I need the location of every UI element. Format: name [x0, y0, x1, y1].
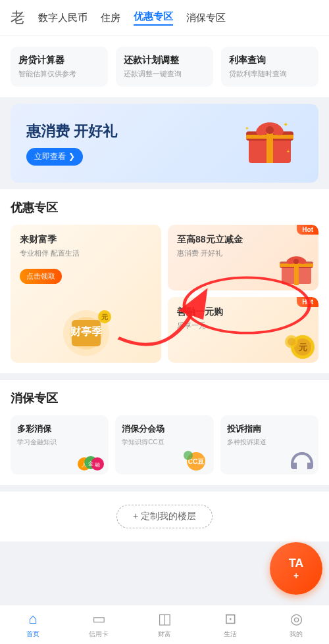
quick-tools-section: 房贷计算器 智能估算仅供参考 还款计划调整 还款调整一键查询 利率查询 贷款利率… — [0, 36, 329, 97]
credit-tab-label: 信用卡 — [89, 630, 109, 639]
tool-mortgage-title: 房贷计算器 — [18, 55, 100, 66]
wealth-tab-label: 财富 — [158, 630, 171, 639]
consumer-complaint-desc: 多种投诉渠道 — [227, 438, 312, 447]
promo-caifu-subtitle: 专业相伴 配置生活 — [20, 248, 152, 258]
svg-text:元: 元 — [101, 313, 108, 321]
nav-tab-life[interactable]: ⊡ 生活 — [197, 605, 263, 644]
mine-icon: ◎ — [290, 610, 303, 628]
svg-text:财亭季: 财亭季 — [70, 325, 103, 337]
nav-tab-credit[interactable]: ▭ 信用卡 — [66, 605, 132, 644]
tool-repayment-desc: 还款调整一键查询 — [124, 69, 205, 79]
customize-floor-section: + 定制我的楼层 — [0, 492, 329, 541]
home-tab-label: 首页 — [26, 630, 39, 639]
nav-item-housing[interactable]: 住房 — [101, 12, 120, 24]
tool-mortgage-desc: 智能估算仅供参考 — [18, 69, 100, 79]
svg-point-22 — [293, 259, 299, 264]
consumer-colorful-illustration: 人 金 融 — [76, 446, 106, 472]
consumer-section-title: 消保专区 — [11, 390, 318, 406]
nav-tab-mine[interactable]: ◎ 我的 — [263, 605, 329, 644]
consumer-colorful-title: 多彩消保 — [17, 423, 102, 435]
svg-text:金: 金 — [88, 461, 93, 467]
promo-card-shanrong[interactable]: Hot 善融一元购 乐享一元 元 — [168, 297, 318, 363]
nav-tab-home[interactable]: ⌂ 首页 — [0, 605, 66, 644]
svg-text:✦: ✦ — [245, 126, 249, 131]
banner-title: 惠消费 开好礼 — [26, 122, 117, 141]
promo-caifu-btn[interactable]: 点击领取 — [20, 269, 62, 284]
promo-liangjin-title: 至高88元立减金 — [177, 234, 309, 246]
consumer-grid: 多彩消保 学习金融知识 人 金 融 消保分会场 学知识得CC豆 CC豆 — [11, 415, 318, 474]
customize-floor-label: + 定制我的楼层 — [133, 511, 196, 522]
banner-graphic: ✦ ✦ ✦ — [243, 117, 303, 170]
promo-card-liangjin[interactable]: Hot 至高88元立减金 惠消费 开好礼 — [168, 225, 318, 290]
liangjin-illustration — [278, 254, 315, 287]
ta-plus-ta-text: TA — [289, 557, 304, 570]
svg-text:✦: ✦ — [283, 121, 288, 128]
bottom-navigation: ⌂ 首页 ▭ 信用卡 ◫ 财富 ⊡ 生活 ◎ 我的 — [0, 605, 329, 644]
banner-left-content: 惠消费 开好礼 立即查看 ❯ — [26, 122, 117, 166]
tool-rate-title: 利率查询 — [229, 55, 311, 66]
svg-text:元: 元 — [299, 342, 307, 352]
consumer-card-complaint[interactable]: 投诉指南 多种投诉渠道 — [220, 415, 318, 474]
banner-btn-label: 立即查看 — [34, 151, 66, 162]
consumer-complaint-title: 投诉指南 — [227, 423, 312, 435]
tool-rate-desc: 贷款利率随时查询 — [229, 69, 311, 79]
svg-rect-3 — [246, 135, 293, 139]
nav-item-digital-rmb[interactable]: 数字人民币 — [38, 12, 88, 24]
svg-text:✦: ✦ — [286, 149, 290, 154]
promo-shanrong-title: 善融一元购 — [177, 306, 309, 318]
promo-section-title: 优惠专区 — [11, 200, 318, 216]
consumer-card-venue[interactable]: 消保分会场 学知识得CC豆 CC豆 — [115, 415, 213, 474]
banner-btn-arrow-icon: ❯ — [68, 152, 75, 161]
promo-section: 优惠专区 来财富季 专业相伴 配置生活 点击领取 财亭季 — [0, 189, 329, 373]
banner-cta-button[interactable]: 立即查看 ❯ — [26, 148, 83, 166]
ta-plus-badge[interactable]: TA + — [270, 542, 322, 595]
consumer-card-colorful[interactable]: 多彩消保 学习金融知识 人 金 融 — [11, 415, 109, 474]
svg-point-38 — [184, 451, 193, 460]
promo-grid: 来财富季 专业相伴 配置生活 点击领取 财亭季 元 — [11, 225, 318, 363]
svg-text:人: 人 — [82, 462, 87, 468]
consumer-venue-illustration: CC豆 — [182, 446, 211, 472]
promo-caifu-title: 来财富季 — [20, 234, 152, 246]
promo-card-caifu[interactable]: 来财富季 专业相伴 配置生活 点击领取 财亭季 元 — [11, 225, 161, 363]
headphone-icon — [288, 447, 317, 473]
ta-plus-plus-text: + — [293, 570, 299, 581]
shanrong-illustration: 元 — [280, 327, 316, 360]
tool-card-rate[interactable]: 利率查询 贷款利率随时查询 — [221, 47, 318, 87]
consumer-venue-title: 消保分会场 — [122, 423, 207, 435]
life-tab-label: 生活 — [224, 630, 237, 639]
nav-item-promo[interactable]: 优惠专区 — [134, 11, 173, 26]
promo-shanrong-hot-badge: Hot — [297, 297, 318, 307]
consumer-section: 消保专区 多彩消保 学习金融知识 人 金 融 消保分会场 学知识得CC豆 — [0, 380, 329, 485]
tool-card-repayment[interactable]: 还款计划调整 还款调整一键查询 — [116, 47, 213, 87]
life-icon: ⊡ — [224, 610, 236, 628]
svg-text:融: 融 — [95, 462, 100, 468]
mine-tab-label: 我的 — [290, 630, 303, 639]
tool-card-mortgage[interactable]: 房贷计算器 智能估算仅供参考 — [11, 47, 108, 87]
credit-card-icon: ▭ — [92, 610, 106, 628]
promo-banner[interactable]: 惠消费 开好礼 立即查看 ❯ — [11, 104, 318, 183]
customize-floor-button[interactable]: + 定制我的楼层 — [116, 505, 213, 528]
nav-tab-wealth[interactable]: ◫ 财富 — [132, 605, 197, 644]
promo-liangjin-hot-badge: Hot — [297, 225, 318, 235]
top-navigation: 老 数字人民币 住房 优惠专区 消保专区 — [0, 0, 329, 36]
wealth-icon: ◫ — [158, 610, 172, 628]
tool-repayment-title: 还款计划调整 — [124, 55, 205, 66]
home-icon: ⌂ — [28, 610, 37, 628]
nav-back-icon[interactable]: 老 — [11, 8, 25, 28]
caifu-illustration: 财亭季 元 — [53, 297, 119, 356]
nav-item-consumer[interactable]: 消保专区 — [186, 12, 226, 24]
svg-point-27 — [288, 338, 295, 346]
svg-point-6 — [266, 126, 274, 134]
gift-box-illustration: ✦ ✦ ✦ — [243, 117, 296, 166]
